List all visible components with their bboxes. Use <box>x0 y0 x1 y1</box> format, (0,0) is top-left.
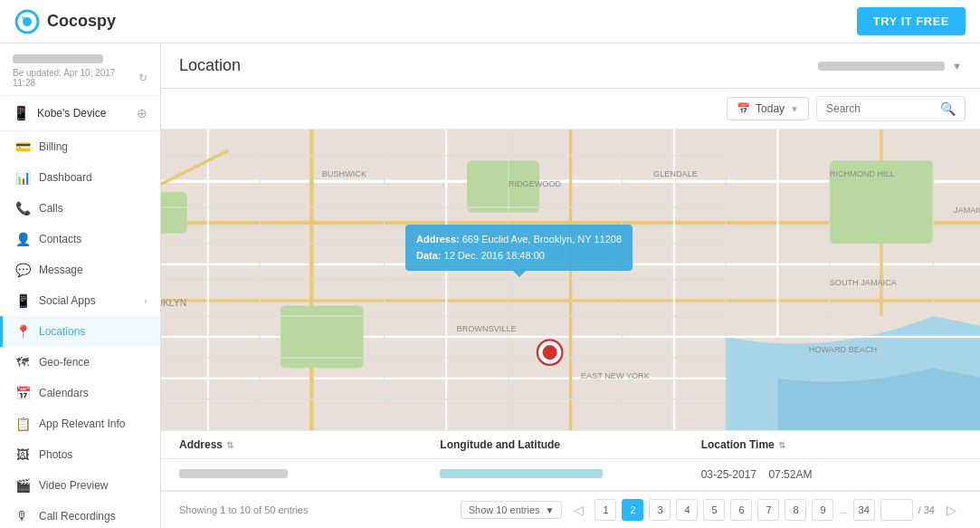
calls-icon: 📞 <box>15 201 30 216</box>
address-blurred <box>179 469 288 478</box>
map-toolbar: 📅 Today ▼ 🔍 <box>161 89 980 130</box>
sidebar-item-label: Billing <box>39 140 68 153</box>
map-container[interactable]: BROOKLYN BUSHWICK RIDGEWOOD GLENDALE RIC… <box>161 130 980 430</box>
table-header: Address ⇅ Longitude and Latitude Locatio… <box>161 430 980 459</box>
svg-text:HOWARD BEACH: HOWARD BEACH <box>809 345 877 354</box>
date-picker[interactable]: 📅 Today ▼ <box>727 97 809 120</box>
device-icon: 📱 <box>13 105 30 121</box>
sidebar-item-label: Calendars <box>39 387 89 399</box>
svg-text:BUSHWICK: BUSHWICK <box>322 169 366 178</box>
total-pages-label: / 34 <box>918 504 935 515</box>
svg-rect-17 <box>281 306 364 369</box>
app-logo: Cocospy <box>14 9 116 34</box>
app-name: Cocospy <box>47 12 116 31</box>
sidebar-item-label: Photos <box>39 448 72 461</box>
col-header-coords[interactable]: Longitude and Latitude <box>440 438 700 451</box>
location-time: 07:52AM <box>768 468 812 481</box>
svg-text:BROWNSVILLE: BROWNSVILLE <box>457 324 517 333</box>
sort-icon-address: ⇅ <box>226 440 233 450</box>
social-apps-icon: 📱 <box>15 293 30 308</box>
page-9-button[interactable]: 9 <box>812 499 833 521</box>
navbar: Cocospy TRY IT FREE <box>0 0 980 43</box>
location-table: Address ⇅ Longitude and Latitude Locatio… <box>161 430 980 491</box>
chevron-right-icon: › <box>144 295 147 306</box>
show-entries-label: Show 10 entries <box>469 504 540 515</box>
sidebar-item-video-preview[interactable]: 🎬 Video Preview <box>0 470 160 501</box>
chevron-down-icon[interactable]: ▼ <box>952 61 962 72</box>
cell-time: 03-25-2017 07:52AM <box>701 468 962 481</box>
sidebar-item-label: Message <box>39 264 83 276</box>
map-svg: BROOKLYN BUSHWICK RIDGEWOOD GLENDALE RIC… <box>161 130 980 430</box>
page-ellipsis: ... <box>839 504 847 515</box>
sidebar-item-label: Social Apps <box>39 294 96 307</box>
device-settings-icon[interactable]: ⊕ <box>137 106 147 120</box>
svg-text:SOUTH JAMAICA: SOUTH JAMAICA <box>830 278 898 287</box>
sidebar-item-contacts[interactable]: 👤 Contacts <box>0 224 160 254</box>
sidebar-item-call-recordings[interactable]: 🎙 Call Recordings <box>0 501 160 528</box>
chevron-down-icon: ▼ <box>546 505 555 515</box>
sidebar-item-label: Calls <box>39 202 63 215</box>
sidebar-item-geo-fence[interactable]: 🗺 Geo-fence <box>0 347 160 378</box>
prev-page-button[interactable]: ◁ <box>567 499 589 521</box>
contacts-icon: 👤 <box>15 232 30 246</box>
video-preview-icon: 🎬 <box>15 478 30 493</box>
sidebar-item-label: App Relevant Info <box>39 418 125 430</box>
col-header-address-label: Address <box>179 438 223 451</box>
geo-fence-icon: 🗺 <box>15 355 30 370</box>
page-3-button[interactable]: 3 <box>649 499 671 521</box>
sidebar-item-locations[interactable]: 📍 Locations <box>0 316 160 347</box>
search-box: 🔍 <box>816 96 966 121</box>
sidebar-user-info: Be updated: Apr 10, 2017 11:28 ↻ <box>0 43 160 96</box>
next-page-button[interactable]: ▷ <box>940 499 962 521</box>
sidebar-item-photos[interactable]: 🖼 Photos <box>0 439 160 470</box>
app-relevant-icon: 📋 <box>15 417 30 431</box>
pagination-bar: Showing 1 to 10 of 50 entries Show 10 en… <box>161 491 980 528</box>
page-2-button[interactable]: 2 <box>622 499 643 521</box>
sidebar-item-calendars[interactable]: 📅 Calendars <box>0 378 160 408</box>
pagination-info: Showing 1 to 10 of 50 entries <box>179 504 308 515</box>
page-jump-input[interactable] <box>880 499 913 521</box>
update-text: Be updated: Apr 10, 2017 11:28 <box>13 68 135 88</box>
search-icon[interactable]: 🔍 <box>940 101 956 116</box>
page-1-button[interactable]: 1 <box>595 499 616 521</box>
sidebar-item-calls[interactable]: 📞 Calls <box>0 193 160 224</box>
page-4-button[interactable]: 4 <box>676 499 698 521</box>
sort-icon-time: ⇅ <box>778 440 785 450</box>
sidebar-item-app-relevant[interactable]: 📋 App Relevant Info <box>0 408 160 439</box>
col-header-address[interactable]: Address ⇅ <box>179 438 440 451</box>
content-body: 📅 Today ▼ 🔍 <box>161 89 980 528</box>
header-right: ▼ <box>818 61 962 72</box>
sidebar-device[interactable]: 📱 Kobe's Device ⊕ <box>0 96 160 131</box>
page-7-button[interactable]: 7 <box>757 499 779 521</box>
page-6-button[interactable]: 6 <box>730 499 752 521</box>
page-5-button[interactable]: 5 <box>703 499 725 521</box>
main-layout: Be updated: Apr 10, 2017 11:28 ↻ 📱 Kobe'… <box>0 43 980 528</box>
svg-text:RICHMOND HILL: RICHMOND HILL <box>830 169 895 178</box>
svg-point-49 <box>543 345 557 360</box>
date-label: Today <box>756 102 785 115</box>
show-entries-dropdown[interactable]: Show 10 entries ▼ <box>461 501 563 519</box>
header-account-blurred <box>818 62 945 71</box>
sidebar-item-label: Video Preview <box>39 479 109 492</box>
svg-text:EAST NEW YORK: EAST NEW YORK <box>581 371 650 380</box>
locations-icon: 📍 <box>15 324 30 339</box>
sidebar-item-message[interactable]: 💬 Message <box>0 254 160 285</box>
username-blurred <box>13 54 103 63</box>
page-8-button[interactable]: 8 <box>785 499 806 521</box>
sidebar: Be updated: Apr 10, 2017 11:28 ↻ 📱 Kobe'… <box>0 43 161 528</box>
svg-text:BROOKLYN: BROOKLYN <box>161 298 186 308</box>
try-free-button[interactable]: TRY IT FREE <box>857 7 966 35</box>
pagination-controls: Show 10 entries ▼ ◁ 1 2 3 4 5 6 7 8 9 ..… <box>461 499 962 521</box>
sidebar-item-social-apps[interactable]: 📱 Social Apps › <box>0 285 160 316</box>
sidebar-item-dashboard[interactable]: 📊 Dashboard <box>0 162 160 193</box>
update-info: Be updated: Apr 10, 2017 11:28 ↻ <box>13 68 147 88</box>
refresh-icon[interactable]: ↻ <box>138 72 147 84</box>
location-date: 03-25-2017 <box>701 468 756 481</box>
chevron-down-icon: ▼ <box>790 104 799 114</box>
col-header-time[interactable]: Location Time ⇅ <box>701 438 962 451</box>
content-header: Location ▼ <box>161 43 980 89</box>
sidebar-item-billing[interactable]: 💳 Billing <box>0 131 160 162</box>
sidebar-item-label: Contacts <box>39 233 81 245</box>
search-input[interactable] <box>826 102 935 115</box>
page-34-button[interactable]: 34 <box>853 499 875 521</box>
